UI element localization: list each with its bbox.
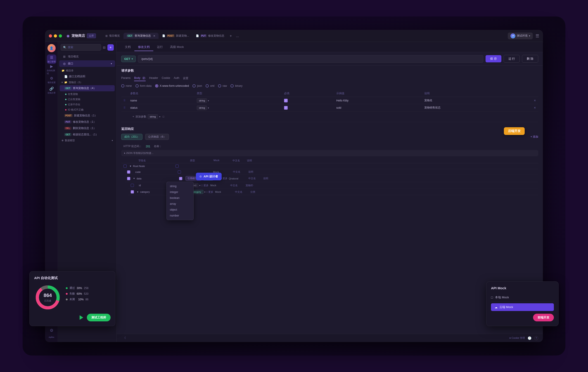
check-category[interactable]: ✓: [131, 190, 134, 194]
sub-item-sold[interactable]: 已出售宠物: [63, 97, 115, 102]
body-binary[interactable]: binary: [231, 84, 242, 87]
param-name-cell[interactable]: name: [128, 97, 194, 104]
param-type-select[interactable]: string: [197, 98, 207, 103]
maximize-button[interactable]: [59, 34, 62, 38]
body-raw[interactable]: raw: [218, 84, 227, 87]
add-button[interactable]: +: [107, 44, 114, 51]
tree-data-model[interactable]: ⊕ 数据模型 ▾: [60, 138, 115, 143]
user-avatar[interactable]: 👤: [47, 44, 56, 52]
tab-edit-docs[interactable]: 修改文档: [134, 43, 153, 51]
tab-post-pets[interactable]: 📄 POST 新建宠物...: [159, 33, 192, 39]
help-icon[interactable]: ?: [534, 336, 538, 340]
frontend-badge[interactable]: 前端开发: [533, 314, 554, 321]
check-root2[interactable]: [176, 165, 179, 168]
params-tab-body[interactable]: Body 2: [134, 75, 146, 81]
tab-run[interactable]: 运行: [153, 43, 167, 51]
tree-pet-shop[interactable]: ▾ 📁 宠物店（5）: [60, 80, 115, 85]
close-button[interactable]: [49, 34, 52, 38]
add-param-button[interactable]: + 添加参数 string ▾ □: [130, 113, 529, 120]
tab-overview[interactable]: ⊞ 项目概览: [102, 33, 123, 39]
local-mock-item[interactable]: □ 本地 Mock: [491, 294, 554, 301]
tree-item-get-by-status[interactable]: GET 根据状态查找...（1）: [60, 132, 115, 138]
add-param-type[interactable]: string: [148, 114, 158, 119]
tree-item-docs[interactable]: 📄 接口文档说明: [60, 73, 115, 80]
sub-item-not-found[interactable]: 记录不存在: [63, 102, 115, 107]
param-example-cell[interactable]: Hello Kitty: [334, 97, 422, 104]
body-form-data[interactable]: form-data: [136, 84, 152, 87]
category-more-btn[interactable]: □ 更多: [206, 190, 213, 194]
param-delete[interactable]: ✕: [534, 106, 536, 109]
play-button[interactable]: [80, 315, 83, 320]
dropdown-item-integer[interactable]: integer: [167, 189, 193, 195]
params-tab-cookie[interactable]: Cookie: [162, 75, 170, 81]
add-tab-button[interactable]: +: [228, 34, 234, 38]
tab-put-pets[interactable]: 📄 PUT 修改宠物信息: [193, 33, 228, 39]
body-none[interactable]: none: [121, 84, 132, 87]
run-button[interactable]: 运 行: [504, 55, 520, 62]
params-tab-params[interactable]: Params: [121, 75, 130, 81]
sidebar-item-overview[interactable]: ⊞ 项目概览: [59, 53, 115, 60]
tab-docs[interactable]: 文档: [121, 43, 134, 51]
dropdown-item-boolean[interactable]: boolean: [167, 195, 193, 201]
param-example-cell[interactable]: sold: [334, 104, 422, 111]
dropdown-item-object[interactable]: object: [167, 207, 193, 213]
param-desc-cell[interactable]: 宠物销售状态: [422, 104, 531, 111]
nav-interface[interactable]: ☰ 接口管理: [47, 54, 56, 64]
param-delete[interactable]: ✕: [534, 99, 536, 102]
sidebar-item-interface[interactable]: ◎ 接口 ▾: [59, 60, 115, 67]
delete-button[interactable]: 删 除: [522, 55, 538, 62]
tree-item-post-pets[interactable]: POST 新建宠物信息（1）: [60, 113, 115, 119]
check-data[interactable]: ✓: [127, 177, 130, 180]
dropdown-item-number[interactable]: number: [167, 213, 193, 218]
settings-icon[interactable]: ⚙: [47, 326, 56, 335]
success-badge[interactable]: 成功（201）: [121, 134, 142, 140]
body-xml[interactable]: xml: [206, 84, 214, 87]
body-urlencoded[interactable]: X-www-form-urlencoded: [155, 84, 189, 87]
params-tab-header[interactable]: Header: [149, 75, 158, 81]
method-selector[interactable]: GET ▾: [121, 56, 136, 62]
test-engineer-badge[interactable]: 测试工程师: [87, 314, 111, 321]
dropdown-item-array[interactable]: array: [167, 201, 193, 207]
collapse-button[interactable]: 《: [121, 335, 127, 341]
dropdown-item-string[interactable]: string: [167, 183, 193, 189]
nav-project-settings[interactable]: ⚙ 项目设置: [47, 75, 56, 85]
params-tab-auth[interactable]: Auth: [174, 75, 179, 81]
check-code[interactable]: ✓: [127, 170, 130, 174]
tree-item-put-pets[interactable]: PUT 修改宠物信息（1）: [60, 119, 115, 125]
cloud-mock-button[interactable]: ☁ 云端 Mock: [491, 303, 554, 311]
param-type-select[interactable]: string: [197, 105, 207, 110]
json-hint[interactable]: ♦ JSON 等智能识别/快捷...: [121, 150, 538, 156]
search-input[interactable]: 🔍 搜索: [61, 44, 101, 51]
history-icon[interactable]: 🕐: [528, 336, 531, 340]
check-data2[interactable]: ✓: [179, 177, 182, 180]
tree-item-get-pets[interactable]: GET 查询宠物信息（4） ⋯: [60, 85, 115, 91]
check-code2[interactable]: [178, 170, 181, 174]
param-desc-cell[interactable]: 宠物名: [422, 97, 531, 104]
drag-handle[interactable]: ⠿: [124, 106, 126, 109]
check-root[interactable]: [124, 165, 127, 168]
nav-online-share[interactable]: 🔗 在线分享: [47, 86, 56, 95]
tree-item-del-pets[interactable]: DEL 删除宠物信息（1）: [60, 125, 115, 131]
sub-item-on-sale[interactable]: 在售宠物: [63, 92, 115, 97]
drag-handle[interactable]: ⠿: [124, 99, 126, 102]
nav-auto-test[interactable]: ▶ 自动化测试: [47, 65, 56, 74]
params-tab-settings[interactable]: 设置: [183, 75, 188, 81]
param-required-check[interactable]: ✓: [284, 99, 288, 102]
save-button[interactable]: 保 存: [485, 55, 501, 62]
more-tabs-button[interactable]: ...: [234, 34, 241, 38]
body-json[interactable]: json: [192, 84, 202, 87]
minimize-button[interactable]: [54, 34, 57, 38]
check-id[interactable]: [131, 184, 134, 187]
param-name-cell[interactable]: status: [128, 104, 194, 111]
id-more-btn[interactable]: □ 更多: [201, 184, 209, 187]
env-selector[interactable]: ⟳ 测试环境 ▾: [508, 32, 533, 39]
add-response-button[interactable]: + 添加: [531, 135, 538, 139]
tab-get-pets[interactable]: GET 查询宠物信息 ✕: [124, 33, 158, 39]
menu-icon[interactable]: ☰: [536, 33, 539, 38]
public-response-badge[interactable]: 公共响应（6）: [145, 134, 169, 140]
filter-button[interactable]: ⊟: [103, 46, 106, 49]
tab-advanced-mock[interactable]: 高级 Mock: [167, 43, 188, 51]
cookie-manager[interactable]: ● Cookie 管理: [509, 336, 525, 340]
sub-item-bad-id[interactable]: ID 格式不正确: [63, 107, 115, 112]
url-input[interactable]: /pets/{id}: [138, 55, 483, 62]
